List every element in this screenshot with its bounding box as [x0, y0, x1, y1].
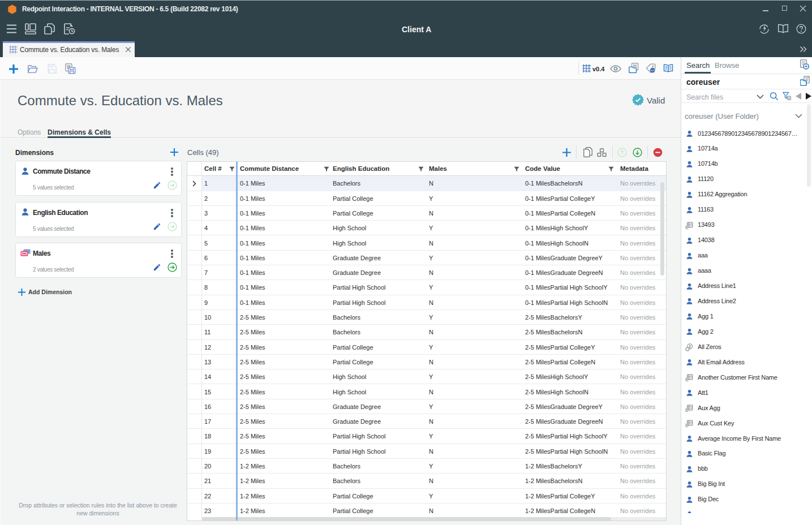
svg-text:GO: GO [651, 69, 654, 72]
